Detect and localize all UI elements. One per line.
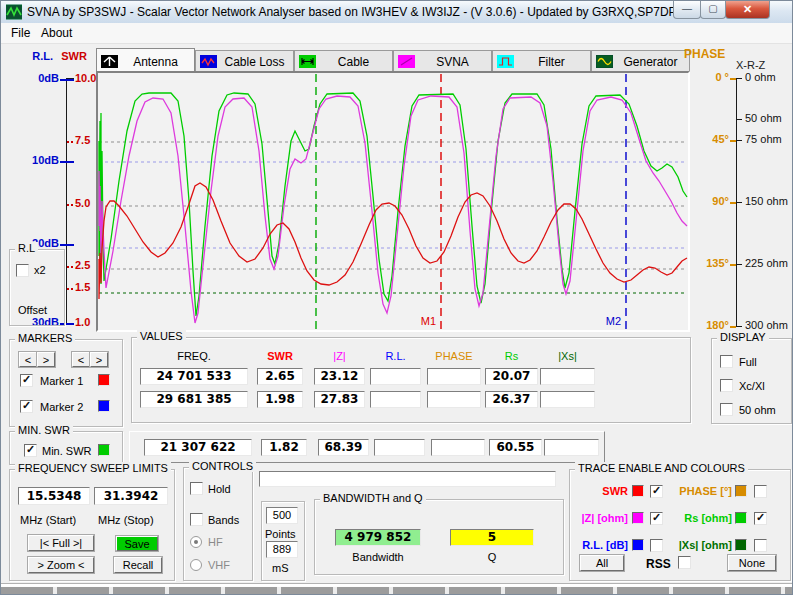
value-freq: 29 681 385 <box>140 391 248 408</box>
phase-axis-title: PHASE <box>684 47 725 61</box>
swr-tick-label: 5.0 <box>75 197 90 209</box>
stop-frequency-input[interactable] <box>94 487 168 505</box>
display-option-label: 50 ohm <box>739 404 776 416</box>
start-frequency-input[interactable] <box>18 487 90 505</box>
trace-swatch-phase[interactable] <box>735 485 747 497</box>
hold-label: Hold <box>208 483 231 495</box>
offset-label[interactable]: Offset <box>18 304 47 316</box>
marker-1-label: Marker 1 <box>40 375 83 387</box>
window-title: SVNA by SP3SWJ - Scalar Vector Network A… <box>27 5 704 19</box>
points-value[interactable]: 500 <box>266 507 298 524</box>
values-header-z: |Z| <box>314 350 365 362</box>
chart-panel[interactable]: M1M2 <box>96 71 690 332</box>
hf-radio[interactable] <box>190 536 202 548</box>
value-xs <box>540 391 595 408</box>
trace-swatch-xs-ohm[interactable] <box>735 539 747 551</box>
marker-2-label: Marker 2 <box>40 401 83 413</box>
trace-checkbox-rs-ohm[interactable] <box>754 512 767 525</box>
tab-filter[interactable]: Filter <box>492 50 591 71</box>
value-rs: 26.37 <box>485 391 538 408</box>
phase-tick-label: 180° <box>695 319 729 331</box>
tab-cable-loss[interactable]: Cable Loss <box>195 50 294 71</box>
full-span-button[interactable]: |< Full >| <box>28 535 94 551</box>
values-group-title: VALUES <box>137 330 186 342</box>
ohm-tick-label: 300 ohm <box>745 319 788 331</box>
ms-value[interactable]: 889 <box>266 541 298 558</box>
swr-tick <box>67 288 74 290</box>
marker-2-color-swatch[interactable] <box>98 400 110 412</box>
tab-svna[interactable]: SVNA <box>393 50 492 71</box>
x2-checkbox[interactable] <box>16 264 29 277</box>
chevron-left-icon: < <box>25 354 31 366</box>
points-panel: 500 Points 889 mS <box>261 501 305 581</box>
hf-label: HF <box>208 536 223 548</box>
marker1-next-button[interactable]: > <box>37 352 55 367</box>
value-rl <box>370 368 421 385</box>
tab-svna-label: SVNA <box>418 55 487 69</box>
values-header-freq: FREQ. <box>140 350 248 362</box>
value-phase <box>427 368 481 385</box>
phase-tick-label: 135° <box>695 257 729 269</box>
marker-1-color-swatch[interactable] <box>98 374 110 386</box>
trace-checkbox-phase[interactable] <box>754 485 767 498</box>
marker-2-checkbox[interactable] <box>20 400 33 413</box>
bands-checkbox[interactable] <box>190 513 203 526</box>
trace-checkbox-xs-ohm[interactable] <box>754 539 767 552</box>
values-header-rl: R.L. <box>370 350 421 362</box>
trace-swatch-z-ohm[interactable] <box>632 512 644 524</box>
phase-tick-label: 0 ° <box>695 71 729 83</box>
ohm-tick <box>737 264 742 265</box>
vhf-radio[interactable] <box>190 559 202 571</box>
controls-group-title: CONTROLS <box>189 460 256 472</box>
rss-checkbox[interactable] <box>678 556 691 569</box>
values-group: VALUES FREQ.SWR|Z|R.L.PHASERs|Xs|24 701 … <box>131 337 691 423</box>
status-input[interactable] <box>259 471 556 487</box>
display-50-ohm-checkbox[interactable] <box>720 403 733 416</box>
none-traces-button[interactable]: None <box>728 555 776 571</box>
tab-antenna[interactable]: Antenna <box>96 48 195 72</box>
trace-swatch-swr[interactable] <box>632 485 644 497</box>
rl-tick-label: 0dB <box>15 72 59 84</box>
cable-length-icon <box>299 55 316 68</box>
tab-filter-label: Filter <box>517 55 586 69</box>
all-traces-button[interactable]: All <box>580 555 624 571</box>
min-swr-checkbox[interactable] <box>24 444 37 457</box>
value-rs: 60.55 <box>489 439 542 456</box>
none-label: None <box>739 557 765 569</box>
phase-tick <box>730 140 736 142</box>
min-swr-group: MIN. SWR Min. SWR <box>9 431 123 465</box>
value-xs <box>544 439 599 456</box>
marker2-next-button[interactable]: > <box>90 352 108 367</box>
q-value: 5 <box>450 529 534 546</box>
marker2-prev-button[interactable]: < <box>72 352 90 367</box>
value-swr: 1.98 <box>257 391 303 408</box>
phase-tick <box>730 202 736 204</box>
zoom-span-button[interactable]: > Zoom < <box>28 557 94 573</box>
tab-generator-label: Generator <box>616 55 685 69</box>
rl-tick <box>60 244 74 246</box>
antenna-icon <box>101 55 118 68</box>
hold-checkbox[interactable] <box>190 482 203 495</box>
save-button[interactable]: Save <box>116 536 158 551</box>
marker1-prev-button[interactable]: < <box>19 352 37 367</box>
bandwidth-label: Bandwidth <box>335 551 421 563</box>
display-xc-xl-checkbox[interactable] <box>720 379 733 392</box>
trace-swatch-r-l-db[interactable] <box>632 539 644 551</box>
full-span-label: |< Full >| <box>40 537 82 549</box>
title-bar[interactable]: SVNA by SP3SWJ - Scalar Vector Network A… <box>1 1 792 24</box>
trace-swatch-rs-ohm[interactable] <box>735 512 747 524</box>
recall-button[interactable]: Recall <box>114 557 162 573</box>
cable-loss-icon <box>200 55 217 68</box>
bandwidth-group-title: BANDWIDTH and Q <box>320 492 426 504</box>
tab-generator[interactable]: Generator <box>591 50 690 71</box>
marker-1-checkbox[interactable] <box>20 374 33 387</box>
tab-cable-length[interactable]: Cable Length <box>294 50 393 71</box>
zoom-span-label: > Zoom < <box>37 559 84 571</box>
display-full-checkbox[interactable] <box>720 355 733 368</box>
min-swr-color-swatch[interactable] <box>98 444 110 456</box>
chevron-left-icon: < <box>78 354 84 366</box>
values-header-swr: SWR <box>257 350 303 362</box>
vhf-label: VHF <box>208 559 230 571</box>
trace-enable-group: TRACE ENABLE AND COLOURS All RSS None SW… <box>569 469 791 581</box>
bottom-button-strip[interactable] <box>1 586 793 595</box>
